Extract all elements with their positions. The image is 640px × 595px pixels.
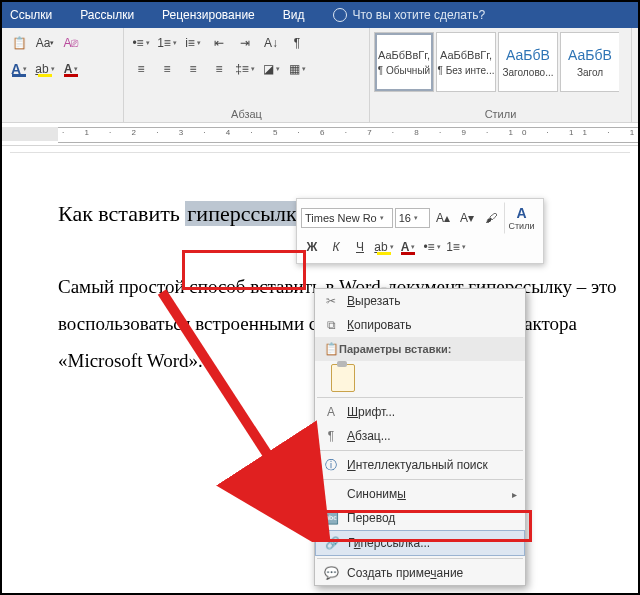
ribbon: 📋 Aa▾ A⎚ A ab A •≡ 1≡ i≡ ⇤ ⇥ A↓ ¶ ≡ bbox=[2, 28, 638, 123]
numbering-button[interactable]: 1≡ bbox=[156, 32, 178, 54]
mini-highlight-button[interactable]: ab bbox=[373, 236, 395, 258]
ruler[interactable]: · 1 · 2 · 3 · 4 · 5 · 6 · 7 · 8 · 9 · 10… bbox=[2, 123, 638, 146]
grow-font-icon[interactable]: A▴ bbox=[432, 207, 454, 229]
tab-references[interactable]: Ссылки bbox=[10, 8, 52, 22]
style-heading2[interactable]: АаБбВ Загол bbox=[560, 32, 619, 92]
style-heading1[interactable]: АаБбВ Заголово... bbox=[498, 32, 558, 92]
group-label-paragraph: Абзац bbox=[124, 108, 369, 120]
shading-button[interactable]: ◪ bbox=[260, 58, 282, 80]
font-color-button[interactable]: A bbox=[8, 58, 30, 80]
align-center-button[interactable]: ≡ bbox=[156, 58, 178, 80]
paste-icon bbox=[331, 364, 355, 392]
format-painter-icon[interactable]: 🖌 bbox=[480, 207, 502, 229]
mini-numbering-button[interactable]: 1≡ bbox=[445, 236, 467, 258]
mini-italic-button[interactable]: К bbox=[325, 236, 347, 258]
lightbulb-icon bbox=[333, 8, 347, 22]
mini-font-family[interactable]: Times New Ro bbox=[301, 208, 393, 228]
mini-font-size[interactable]: 16 bbox=[395, 208, 430, 228]
mini-font-color-button[interactable]: A bbox=[397, 236, 419, 258]
indent-inc-button[interactable]: ⇥ bbox=[234, 32, 256, 54]
font-dialog-icon: A bbox=[323, 404, 339, 420]
paragraph-icon: ¶ bbox=[323, 428, 339, 444]
heading-text: Как вставить bbox=[58, 201, 185, 226]
ctx-synonyms[interactable]: Синонимы bbox=[315, 482, 525, 506]
mini-bold-button[interactable]: Ж bbox=[301, 236, 323, 258]
mini-bullets-button[interactable]: •≡ bbox=[421, 236, 443, 258]
align-left-button[interactable]: ≡ bbox=[130, 58, 152, 80]
ctx-paragraph[interactable]: ¶Абзац... bbox=[315, 424, 525, 448]
ctx-smart-lookup[interactable]: ⓘИнтеллектуальный поиск bbox=[315, 453, 525, 477]
ctx-translate[interactable]: 🔤Перевод bbox=[315, 506, 525, 530]
sort-button[interactable]: A↓ bbox=[260, 32, 282, 54]
comment-icon: 💬 bbox=[323, 565, 339, 581]
tell-me[interactable]: Что вы хотите сделать? bbox=[333, 8, 486, 22]
line-spacing-button[interactable]: ‡≡ bbox=[234, 58, 256, 80]
bullets-button[interactable]: •≡ bbox=[130, 32, 152, 54]
paste-header-icon: 📋 bbox=[323, 341, 339, 357]
case-button[interactable]: Aa▾ bbox=[34, 32, 56, 54]
scissors-icon: ✂ bbox=[323, 293, 339, 309]
clipboard-icon[interactable]: 📋 bbox=[8, 32, 30, 54]
ruler-ticks: · 1 · 2 · 3 · 4 · 5 · 6 · 7 · 8 · 9 · 10… bbox=[58, 127, 638, 143]
ctx-new-comment[interactable]: 💬Создать примечание bbox=[315, 561, 525, 585]
ctx-copy[interactable]: ⧉Копировать bbox=[315, 313, 525, 337]
indent-dec-button[interactable]: ⇤ bbox=[208, 32, 230, 54]
multilevel-button[interactable]: i≡ bbox=[182, 32, 204, 54]
ribbon-tabs: Ссылки Рассылки Рецензирование Вид Что в… bbox=[2, 2, 638, 28]
ribbon-group-styles: АаБбВвГг, ¶ Обычный АаБбВвГг, ¶ Без инте… bbox=[370, 28, 632, 122]
mini-toolbar: Times New Ro 16 A▴ A▾ 🖌 AСтили Ж К Ч ab … bbox=[296, 198, 544, 264]
translate-icon: 🔤 bbox=[323, 510, 339, 526]
ribbon-group-font: 📋 Aa▾ A⎚ A ab A bbox=[2, 28, 124, 122]
synonyms-icon bbox=[323, 486, 339, 502]
tell-me-label: Что вы хотите сделать? bbox=[353, 8, 486, 22]
ctx-hyperlink[interactable]: 🔗Гиперссылка... bbox=[315, 530, 525, 556]
align-justify-button[interactable]: ≡ bbox=[208, 58, 230, 80]
clear-format-button[interactable]: A⎚ bbox=[60, 32, 82, 54]
selected-word[interactable]: гиперссылку bbox=[185, 201, 309, 226]
tab-mailings[interactable]: Рассылки bbox=[80, 8, 134, 22]
ctx-paste-header: 📋Параметры вставки: bbox=[315, 337, 525, 361]
shrink-font-icon[interactable]: A▾ bbox=[456, 207, 478, 229]
group-label-styles: Стили bbox=[370, 108, 631, 120]
ctx-font[interactable]: AШрифт... bbox=[315, 400, 525, 424]
borders-button[interactable]: ▦ bbox=[286, 58, 308, 80]
ribbon-group-paragraph: •≡ 1≡ i≡ ⇤ ⇥ A↓ ¶ ≡ ≡ ≡ ≡ ‡≡ ◪ ▦ Абзац bbox=[124, 28, 370, 122]
hyperlink-icon: 🔗 bbox=[324, 535, 340, 551]
pilcrow-button[interactable]: ¶ bbox=[286, 32, 308, 54]
ctx-paste-option[interactable] bbox=[315, 361, 525, 395]
mini-styles-button[interactable]: AСтили bbox=[504, 202, 539, 234]
font-color2-button[interactable]: A bbox=[60, 58, 82, 80]
lookup-icon: ⓘ bbox=[323, 457, 339, 473]
style-no-spacing[interactable]: АаБбВвГг, ¶ Без инте... bbox=[436, 32, 496, 92]
context-menu: ✂Вырезать ⧉Копировать 📋Параметры вставки… bbox=[314, 288, 526, 586]
style-normal[interactable]: АаБбВвГг, ¶ Обычный bbox=[374, 32, 434, 92]
mini-underline-button[interactable]: Ч bbox=[349, 236, 371, 258]
ctx-cut[interactable]: ✂Вырезать bbox=[315, 289, 525, 313]
highlight-button[interactable]: ab bbox=[34, 58, 56, 80]
copy-icon: ⧉ bbox=[323, 317, 339, 333]
tab-view[interactable]: Вид bbox=[283, 8, 305, 22]
tab-review[interactable]: Рецензирование bbox=[162, 8, 255, 22]
align-right-button[interactable]: ≡ bbox=[182, 58, 204, 80]
